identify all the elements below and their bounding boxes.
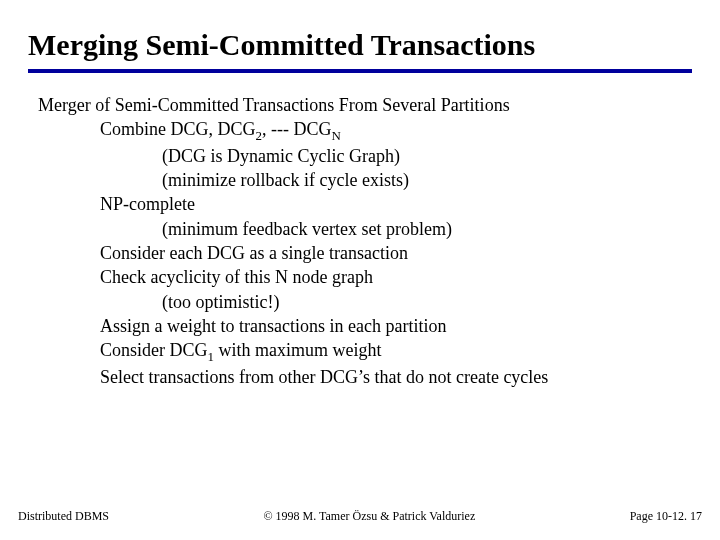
slide-title: Merging Semi-Committed Transactions [28, 28, 692, 63]
text-fragment: , --- DCG [262, 119, 332, 139]
body-line: Combine DCG, DCG2, --- DCGN [100, 117, 692, 144]
footer: Distributed DBMS © 1998 M. Tamer Özsu & … [0, 509, 720, 524]
body-line: Check acyclicity of this N node graph [100, 265, 692, 289]
footer-right: Page 10-12. 17 [630, 509, 702, 524]
subscript: N [332, 127, 341, 142]
body-line: (DCG is Dynamic Cyclic Graph) [162, 144, 692, 168]
body-line: (minimum feedback vertex set problem) [162, 217, 692, 241]
body-line: Consider DCG1 with maximum weight [100, 338, 692, 365]
footer-center: © 1998 M. Tamer Özsu & Patrick Valduriez [109, 509, 630, 524]
body-line: (minimize rollback if cycle exists) [162, 168, 692, 192]
body-line: Select transactions from other DCG’s tha… [100, 365, 692, 389]
title-rule [28, 69, 692, 73]
body-line: NP-complete [100, 192, 692, 216]
body-line: Consider each DCG as a single transactio… [100, 241, 692, 265]
body-line: (too optimistic!) [162, 290, 692, 314]
slide: Merging Semi-Committed Transactions Merg… [0, 0, 720, 540]
body-line: Merger of Semi-Committed Transactions Fr… [38, 93, 692, 117]
text-fragment: Consider DCG [100, 340, 208, 360]
body-line: Assign a weight to transactions in each … [100, 314, 692, 338]
text-fragment: with maximum weight [214, 340, 381, 360]
footer-left: Distributed DBMS [18, 509, 109, 524]
text-fragment: Combine DCG, DCG [100, 119, 256, 139]
slide-body: Merger of Semi-Committed Transactions Fr… [38, 93, 692, 390]
